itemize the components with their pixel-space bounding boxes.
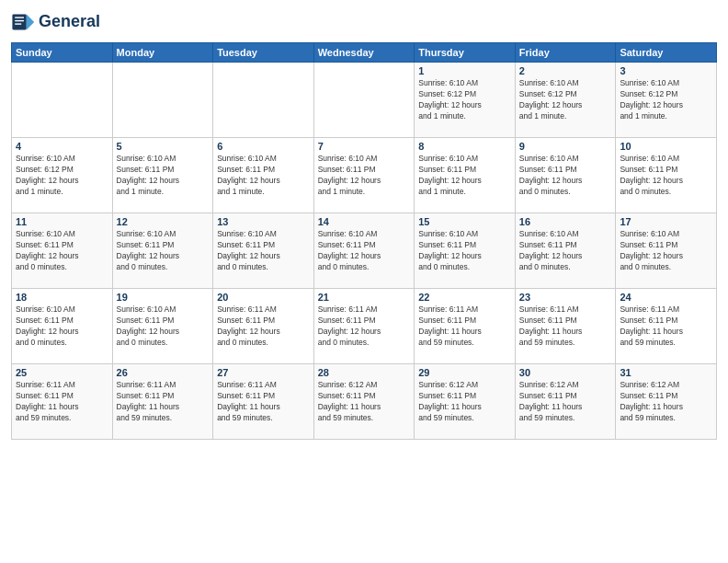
svg-marker-1 bbox=[27, 15, 34, 30]
day-info: Sunrise: 6:11 AM Sunset: 6:11 PM Dayligh… bbox=[620, 304, 712, 349]
day-info: Sunrise: 6:10 AM Sunset: 6:11 PM Dayligh… bbox=[117, 304, 210, 349]
day-info: Sunrise: 6:10 AM Sunset: 6:12 PM Dayligh… bbox=[16, 154, 108, 198]
logo-text: General bbox=[39, 13, 100, 31]
day-number: 2 bbox=[519, 65, 612, 76]
day-info: Sunrise: 6:10 AM Sunset: 6:12 PM Dayligh… bbox=[519, 78, 612, 122]
day-number: 27 bbox=[217, 367, 310, 378]
calendar-cell: 7Sunrise: 6:10 AM Sunset: 6:11 PM Daylig… bbox=[313, 138, 415, 213]
calendar-cell: 25Sunrise: 6:11 AM Sunset: 6:11 PM Dayli… bbox=[12, 364, 113, 440]
day-info: Sunrise: 6:10 AM Sunset: 6:11 PM Dayligh… bbox=[117, 154, 210, 198]
day-info: Sunrise: 6:10 AM Sunset: 6:11 PM Dayligh… bbox=[16, 229, 108, 273]
calendar-cell: 18Sunrise: 6:10 AM Sunset: 6:11 PM Dayli… bbox=[12, 289, 113, 364]
day-number: 11 bbox=[16, 216, 108, 227]
day-info: Sunrise: 6:10 AM Sunset: 6:11 PM Dayligh… bbox=[318, 154, 411, 198]
svg-rect-4 bbox=[15, 23, 21, 24]
day-info: Sunrise: 6:12 AM Sunset: 6:11 PM Dayligh… bbox=[519, 380, 612, 424]
day-info: Sunrise: 6:10 AM Sunset: 6:11 PM Dayligh… bbox=[318, 229, 411, 273]
day-info: Sunrise: 6:10 AM Sunset: 6:11 PM Dayligh… bbox=[519, 154, 612, 198]
weekday-header-tuesday: Tuesday bbox=[213, 43, 314, 63]
weekday-header-monday: Monday bbox=[112, 43, 213, 63]
calendar-cell: 9Sunrise: 6:10 AM Sunset: 6:11 PM Daylig… bbox=[515, 138, 616, 213]
header: General bbox=[11, 9, 717, 35]
calendar-cell: 20Sunrise: 6:11 AM Sunset: 6:11 PM Dayli… bbox=[213, 289, 314, 364]
calendar-cell: 24Sunrise: 6:11 AM Sunset: 6:11 PM Dayli… bbox=[616, 289, 717, 364]
day-info: Sunrise: 6:10 AM Sunset: 6:11 PM Dayligh… bbox=[620, 229, 712, 273]
day-info: Sunrise: 6:12 AM Sunset: 6:11 PM Dayligh… bbox=[620, 380, 712, 424]
calendar-cell: 4Sunrise: 6:10 AM Sunset: 6:12 PM Daylig… bbox=[12, 138, 113, 213]
day-number: 16 bbox=[519, 216, 612, 227]
svg-rect-3 bbox=[15, 20, 24, 21]
day-number: 13 bbox=[217, 216, 310, 227]
calendar-table: SundayMondayTuesdayWednesdayThursdayFrid… bbox=[11, 42, 717, 440]
day-info: Sunrise: 6:10 AM Sunset: 6:11 PM Dayligh… bbox=[16, 304, 108, 349]
day-number: 26 bbox=[117, 367, 210, 378]
weekday-header-saturday: Saturday bbox=[616, 43, 717, 63]
calendar-cell bbox=[12, 63, 113, 138]
day-number: 18 bbox=[16, 292, 108, 303]
day-number: 20 bbox=[217, 292, 310, 303]
calendar-cell: 19Sunrise: 6:10 AM Sunset: 6:11 PM Dayli… bbox=[112, 289, 213, 364]
calendar-week-4: 18Sunrise: 6:10 AM Sunset: 6:11 PM Dayli… bbox=[12, 289, 717, 364]
day-number: 10 bbox=[620, 141, 712, 152]
calendar-cell: 6Sunrise: 6:10 AM Sunset: 6:11 PM Daylig… bbox=[213, 138, 314, 213]
svg-rect-2 bbox=[15, 17, 24, 17]
day-info: Sunrise: 6:10 AM Sunset: 6:11 PM Dayligh… bbox=[117, 229, 210, 273]
day-number: 8 bbox=[418, 141, 511, 152]
day-info: Sunrise: 6:11 AM Sunset: 6:11 PM Dayligh… bbox=[16, 380, 108, 424]
day-info: Sunrise: 6:11 AM Sunset: 6:11 PM Dayligh… bbox=[418, 304, 511, 349]
calendar-cell: 8Sunrise: 6:10 AM Sunset: 6:11 PM Daylig… bbox=[415, 138, 516, 213]
weekday-header-friday: Friday bbox=[515, 43, 616, 63]
day-info: Sunrise: 6:12 AM Sunset: 6:11 PM Dayligh… bbox=[318, 380, 411, 424]
day-info: Sunrise: 6:11 AM Sunset: 6:11 PM Dayligh… bbox=[117, 380, 210, 424]
day-info: Sunrise: 6:10 AM Sunset: 6:11 PM Dayligh… bbox=[217, 154, 310, 198]
calendar-cell: 13Sunrise: 6:10 AM Sunset: 6:11 PM Dayli… bbox=[213, 213, 314, 289]
day-info: Sunrise: 6:10 AM Sunset: 6:11 PM Dayligh… bbox=[418, 229, 511, 273]
calendar-cell: 17Sunrise: 6:10 AM Sunset: 6:11 PM Dayli… bbox=[616, 213, 717, 289]
day-info: Sunrise: 6:10 AM Sunset: 6:11 PM Dayligh… bbox=[217, 229, 310, 273]
calendar-cell bbox=[112, 63, 213, 138]
day-number: 6 bbox=[217, 141, 310, 152]
weekday-header-wednesday: Wednesday bbox=[313, 43, 415, 63]
calendar-cell: 27Sunrise: 6:11 AM Sunset: 6:11 PM Dayli… bbox=[213, 364, 314, 440]
svg-rect-0 bbox=[12, 15, 26, 30]
day-number: 19 bbox=[117, 292, 210, 303]
calendar-cell: 16Sunrise: 6:10 AM Sunset: 6:11 PM Dayli… bbox=[515, 213, 616, 289]
day-number: 7 bbox=[318, 141, 411, 152]
calendar-cell bbox=[313, 63, 415, 138]
logo-icon bbox=[11, 9, 37, 35]
calendar-header-row: SundayMondayTuesdayWednesdayThursdayFrid… bbox=[12, 43, 717, 63]
calendar-cell: 10Sunrise: 6:10 AM Sunset: 6:11 PM Dayli… bbox=[616, 138, 717, 213]
calendar-cell: 1Sunrise: 6:10 AM Sunset: 6:12 PM Daylig… bbox=[415, 63, 516, 138]
calendar-cell: 31Sunrise: 6:12 AM Sunset: 6:11 PM Dayli… bbox=[616, 364, 717, 440]
day-info: Sunrise: 6:10 AM Sunset: 6:11 PM Dayligh… bbox=[620, 154, 712, 198]
day-number: 24 bbox=[620, 292, 712, 303]
day-number: 4 bbox=[16, 141, 108, 152]
calendar-cell: 23Sunrise: 6:11 AM Sunset: 6:11 PM Dayli… bbox=[515, 289, 616, 364]
day-number: 5 bbox=[117, 141, 210, 152]
calendar-cell: 28Sunrise: 6:12 AM Sunset: 6:11 PM Dayli… bbox=[313, 364, 415, 440]
day-info: Sunrise: 6:10 AM Sunset: 6:12 PM Dayligh… bbox=[620, 78, 712, 122]
page-container: General SundayMondayTuesdayWednesdayThur… bbox=[0, 0, 728, 563]
day-number: 21 bbox=[318, 292, 411, 303]
day-number: 28 bbox=[318, 367, 411, 378]
day-number: 15 bbox=[418, 216, 511, 227]
calendar-week-2: 4Sunrise: 6:10 AM Sunset: 6:12 PM Daylig… bbox=[12, 138, 717, 213]
weekday-header-thursday: Thursday bbox=[415, 43, 516, 63]
day-number: 23 bbox=[519, 292, 612, 303]
day-number: 17 bbox=[620, 216, 712, 227]
logo: General bbox=[11, 9, 100, 35]
day-number: 1 bbox=[418, 65, 511, 76]
day-info: Sunrise: 6:10 AM Sunset: 6:11 PM Dayligh… bbox=[418, 154, 511, 198]
day-number: 25 bbox=[16, 367, 108, 378]
calendar-week-5: 25Sunrise: 6:11 AM Sunset: 6:11 PM Dayli… bbox=[12, 364, 717, 440]
day-number: 9 bbox=[519, 141, 612, 152]
day-info: Sunrise: 6:12 AM Sunset: 6:11 PM Dayligh… bbox=[418, 380, 511, 424]
calendar-cell: 12Sunrise: 6:10 AM Sunset: 6:11 PM Dayli… bbox=[112, 213, 213, 289]
calendar-cell: 14Sunrise: 6:10 AM Sunset: 6:11 PM Dayli… bbox=[313, 213, 415, 289]
calendar-cell: 30Sunrise: 6:12 AM Sunset: 6:11 PM Dayli… bbox=[515, 364, 616, 440]
day-info: Sunrise: 6:10 AM Sunset: 6:12 PM Dayligh… bbox=[418, 78, 511, 122]
day-number: 3 bbox=[620, 65, 712, 76]
calendar-cell: 2Sunrise: 6:10 AM Sunset: 6:12 PM Daylig… bbox=[515, 63, 616, 138]
calendar-cell bbox=[213, 63, 314, 138]
calendar-cell: 5Sunrise: 6:10 AM Sunset: 6:11 PM Daylig… bbox=[112, 138, 213, 213]
